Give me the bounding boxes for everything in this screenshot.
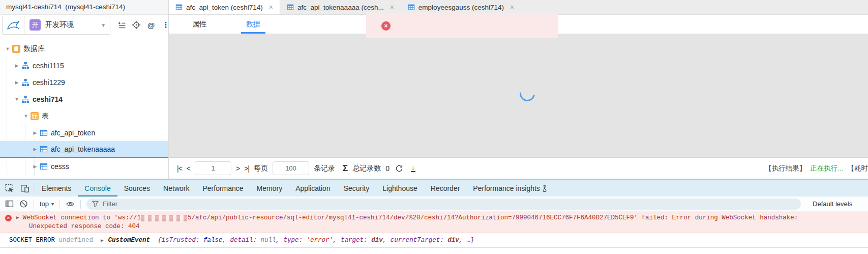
at-sign-icon[interactable]: @ bbox=[146, 20, 156, 30]
table-orange-icon bbox=[31, 112, 39, 120]
expand-arrow-icon[interactable]: ▼ bbox=[4, 46, 11, 51]
devtools-tab-lighthouse[interactable]: Lighthouse bbox=[376, 180, 424, 196]
devtools-tab-network[interactable]: Network bbox=[157, 180, 196, 196]
locate-target-icon[interactable] bbox=[131, 20, 141, 30]
tree-item-cesss[interactable]: ▶ cesss bbox=[0, 158, 168, 175]
devtools-tab-elements[interactable]: Elements bbox=[35, 180, 78, 196]
tree-item-label: afc_api_token bbox=[51, 129, 95, 137]
subtab-properties[interactable]: 属性 bbox=[187, 16, 212, 34]
per-page-label: 每页 bbox=[254, 164, 268, 173]
schema-icon bbox=[21, 78, 29, 87]
close-icon[interactable]: × bbox=[390, 3, 394, 11]
collapse-arrow-icon[interactable]: ▶ bbox=[13, 80, 20, 85]
tab-employeesgauss[interactable]: employeesgauss (ceshi714) × bbox=[401, 0, 521, 14]
redacted-ip bbox=[141, 215, 188, 221]
devtools-panel: Elements Console Sources Network Perform… bbox=[0, 179, 868, 254]
close-icon[interactable]: × bbox=[269, 3, 273, 11]
table-blue-icon bbox=[175, 4, 183, 11]
refresh-icon[interactable] bbox=[395, 164, 403, 173]
tree-item-label: cesss bbox=[51, 162, 69, 171]
error-text-line2: Unexpected response code: 404 bbox=[0, 222, 868, 231]
table-blue-icon bbox=[40, 129, 48, 137]
last-page-button[interactable]: >| bbox=[244, 164, 249, 173]
tree-item-ceshi1229[interactable]: ▶ ceshi1229 bbox=[0, 74, 168, 91]
error-text-prefix: WebSocket connection to 'ws://1 bbox=[22, 214, 141, 222]
sidebar-toolbar: 开 开发环境 ▾ @ ⋮ bbox=[0, 15, 168, 35]
divider bbox=[59, 200, 60, 209]
console-log-entry: SOCKET ERROR undefined ▶CustomEvent {isT… bbox=[0, 233, 868, 247]
log-source: SOCKET ERROR bbox=[9, 237, 55, 244]
env-label: 开发环境 bbox=[45, 20, 102, 30]
first-page-button[interactable]: |< bbox=[177, 164, 182, 173]
console-filter[interactable] bbox=[86, 199, 801, 210]
schema-icon bbox=[21, 62, 29, 70]
devtools-tab-security[interactable]: Security bbox=[337, 180, 376, 196]
collapse-arrow-icon[interactable]: ▶ bbox=[32, 130, 39, 135]
prev-page-button[interactable]: < bbox=[187, 164, 190, 173]
sidebar: mysql41-ceshi714 (mysql41-ceshi714) 开 开发… bbox=[0, 0, 169, 179]
close-icon[interactable]: × bbox=[510, 3, 514, 11]
tree-item-label: ceshi714 bbox=[33, 95, 63, 103]
devtools-tab-memory[interactable]: Memory bbox=[250, 180, 289, 196]
expand-arrow-icon[interactable]: ▼ bbox=[22, 114, 29, 119]
chevron-down-icon: ▾ bbox=[51, 201, 54, 207]
devtools-tab-application[interactable]: Application bbox=[289, 180, 337, 196]
console-sidebar-toggle-icon[interactable] bbox=[5, 200, 14, 208]
collapse-arrow-icon[interactable]: ▶ bbox=[32, 164, 39, 169]
devtools-tab-console[interactable]: Console bbox=[78, 180, 117, 196]
main-area: afc_api_token (ceshi714) × afc_api_token… bbox=[169, 0, 868, 179]
device-toolbar-icon[interactable] bbox=[20, 184, 29, 193]
table-blue-icon bbox=[408, 4, 415, 11]
experiment-flask-icon bbox=[541, 185, 548, 192]
tab-label: employeesgauss (ceshi714) bbox=[418, 4, 504, 11]
das-sql-editor-panel: mysql41-ceshi714 (mysql41-ceshi714) 开 开发… bbox=[0, 0, 868, 179]
log-event-name: CustomEvent bbox=[108, 237, 150, 244]
console-toolbar: top ▾ Default levels bbox=[0, 196, 868, 212]
tab-afc-api-token[interactable]: afc_api_token (ceshi714) × bbox=[169, 0, 280, 14]
page-number-input[interactable] bbox=[195, 161, 231, 175]
tree-item-tables-folder[interactable]: ▼ 表 bbox=[0, 107, 168, 124]
tree-item-label: 表 bbox=[42, 111, 49, 121]
divider bbox=[80, 200, 81, 209]
inspect-element-icon[interactable] bbox=[5, 184, 14, 193]
eye-icon[interactable] bbox=[66, 200, 75, 208]
expand-triangle-icon[interactable]: ▶ bbox=[16, 214, 19, 222]
collapse-arrow-icon[interactable]: ▶ bbox=[13, 63, 20, 68]
tree-item-afc-api-token[interactable]: ▶ afc_api_token bbox=[0, 124, 168, 141]
log-levels-dropdown[interactable]: Default levels bbox=[813, 200, 852, 208]
tab-afc-api-tokenaaaaa[interactable]: afc_api_tokenaaaaa (cesh... × bbox=[280, 0, 401, 14]
devtools-tab-performance-insights[interactable]: Performance insights bbox=[466, 180, 555, 196]
tree-item-label: ceshi1115 bbox=[33, 62, 64, 70]
next-page-button[interactable]: > bbox=[236, 164, 240, 173]
engine-env-dropdown[interactable]: 开 开发环境 ▾ bbox=[2, 16, 110, 35]
divider bbox=[34, 200, 34, 209]
download-icon[interactable]: ↓ bbox=[411, 164, 415, 172]
filter-input[interactable] bbox=[103, 200, 795, 208]
error-text-suffix: 5/afc/api/public-resource/sql-editor/mys… bbox=[188, 214, 798, 222]
devtools-tab-recorder[interactable]: Recorder bbox=[424, 180, 467, 196]
devtools-tabbar: Elements Console Sources Network Perform… bbox=[0, 180, 868, 196]
expand-arrow-icon[interactable]: ▼ bbox=[13, 97, 20, 102]
connection-title: mysql41-ceshi714 (mysql41-ceshi714) bbox=[0, 0, 168, 15]
clear-console-icon[interactable] bbox=[19, 200, 28, 208]
error-toast: × bbox=[366, 13, 558, 38]
tree-item-afc-api-tokenaaaaa[interactable]: ▶ afc_api_tokenaaaaa bbox=[0, 141, 168, 158]
log-object-preview: {isTrusted: false, detail: null, type: '… bbox=[150, 237, 474, 244]
tree-item-ceshi1115[interactable]: ▶ ceshi1115 bbox=[0, 57, 168, 74]
sigma-count-icon[interactable]: Σ bbox=[343, 163, 348, 174]
tree-item-label: 数据库 bbox=[23, 44, 45, 53]
list-plus-icon[interactable] bbox=[116, 20, 127, 30]
expand-triangle-icon[interactable]: ▶ bbox=[101, 238, 103, 243]
subtab-data[interactable]: 数据 bbox=[241, 16, 265, 34]
collapse-arrow-icon[interactable]: ▶ bbox=[32, 147, 39, 152]
devtools-tab-performance[interactable]: Performance bbox=[196, 180, 250, 196]
per-page-input[interactable] bbox=[273, 161, 309, 175]
devtools-tab-sources[interactable]: Sources bbox=[117, 180, 157, 196]
funnel-icon bbox=[92, 201, 99, 207]
table-blue-icon bbox=[40, 162, 48, 171]
js-context-selector[interactable]: top ▾ bbox=[40, 200, 54, 208]
loading-spinner bbox=[517, 83, 538, 104]
tree-item-databases[interactable]: ▼ 数据库 bbox=[0, 40, 168, 57]
console-prompt-divider bbox=[0, 247, 868, 254]
tree-item-ceshi714[interactable]: ▼ ceshi714 bbox=[0, 91, 168, 107]
